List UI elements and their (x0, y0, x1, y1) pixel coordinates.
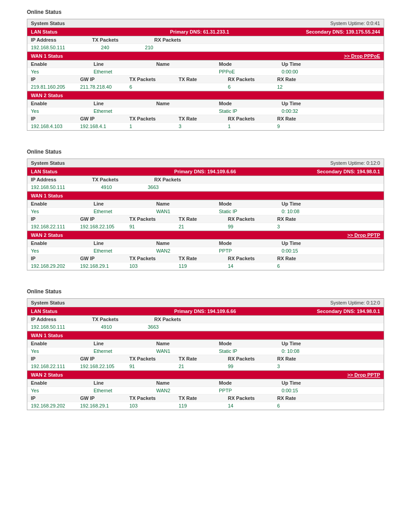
wan-col-label: Up Time (282, 201, 317, 206)
lan-col-label: RX Packets (154, 37, 181, 43)
wan-col-value: 192.168.29.202 (31, 403, 71, 408)
wan2-labels1: EnableLineNameModeUp Time (27, 240, 384, 247)
section-title: Online Status (27, 149, 384, 155)
wan-col-label: GW IP (80, 395, 120, 401)
wan-col-label: TX Rate (179, 216, 219, 222)
system-uptime: System Uptime: 0:12:0 (330, 160, 380, 166)
wan2-header: WAN 2 Status>> Drop PPTP (27, 231, 384, 240)
wan-col-label: Enable (31, 201, 67, 206)
wan-col-value: 0: 10:08 (282, 348, 317, 354)
wan-col-value: 1 (228, 124, 268, 129)
wan-col-label: IP (31, 216, 71, 222)
wan-col-label: Enable (31, 101, 67, 106)
wan-col-label: Mode (219, 240, 255, 246)
wan-col-value: Static IP (219, 209, 255, 214)
wan-col-label: Mode (219, 61, 255, 67)
wan-col-value: 0:00:32 (282, 108, 317, 114)
wan-col-label: TX Rate (179, 77, 219, 82)
wan1-title: WAN 1 Status (31, 53, 63, 59)
wan-col-value: 0:00:15 (282, 248, 317, 253)
wan-col-value: 192.168.22.105 (80, 224, 120, 229)
lan-values-row: 192.168.50.111240210 (27, 44, 384, 51)
wan2-labels2: IPGW IPTX PacketsTX RateRX PacketsRX Rat… (27, 115, 384, 123)
system-status-label: System Status (31, 300, 65, 305)
wan-col-value (156, 69, 192, 74)
wan-col-value: 14 (228, 263, 268, 269)
wan1-vals1: YesEthernetPPPoE0:00:00 (27, 68, 384, 76)
system-status-bar: System StatusSystem Uptime: 0:12:0 (27, 299, 384, 307)
wan-col-value: 192.168.22.111 (31, 224, 71, 229)
lan-col-value: 4910 (101, 184, 111, 190)
status-table-wrapper: System StatusSystem Uptime: 0:12:0LAN St… (27, 298, 384, 410)
wan-col-value: Ethernet (94, 388, 129, 393)
lan-col-value: 3663 (148, 184, 158, 190)
wan2-labels2: IPGW IPTX PacketsTX RateRX PacketsRX Rat… (27, 255, 384, 262)
wan2-drop-link[interactable]: >> Drop PPTP (347, 232, 380, 238)
wan-col-value: Yes (31, 388, 67, 393)
wan2-header: WAN 2 Status>> Drop PPTP (27, 370, 384, 379)
wan-col-value: 192.168.29.1 (80, 263, 120, 269)
wan2-vals1: YesEthernetWAN2PPTP0:00:15 (27, 247, 384, 255)
lan-labels-row: IP AddressTX PacketsRX Packets (27, 316, 384, 323)
wan-col-label: Up Time (282, 61, 317, 67)
wan-col-label: IP (31, 256, 71, 261)
wan-col-value: 3 (179, 124, 219, 129)
wan-col-label: Mode (219, 380, 255, 386)
wan-col-label: RX Packets (228, 256, 268, 261)
lan-col-label: RX Packets (154, 317, 181, 322)
wan-col-label: Enable (31, 380, 67, 386)
section-2: Online StatusSystem StatusSystem Uptime:… (27, 149, 384, 270)
wan2-labels1: EnableLineNameModeUp Time (27, 100, 384, 107)
wan-col-label: Line (94, 341, 129, 346)
wan-col-value: 1 (129, 124, 170, 129)
wan-col-label: RX Rate (277, 216, 317, 222)
page-container: Online StatusSystem StatusSystem Uptime:… (0, 0, 411, 437)
wan-col-value: 21 (179, 364, 219, 369)
status-table-wrapper: System StatusSystem Uptime: 0:0:41LAN St… (27, 19, 384, 131)
wan-col-value: Ethernet (94, 348, 129, 354)
wan-col-value: 103 (129, 263, 170, 269)
wan2-drop-link[interactable]: >> Drop PPTP (347, 372, 380, 378)
wan-col-label: Enable (31, 61, 67, 67)
wan-col-value: PPTP (219, 248, 255, 253)
wan-col-value: 21 (179, 224, 219, 229)
lan-labels-row: IP AddressTX PacketsRX Packets (27, 36, 384, 44)
wan-col-label: TX Packets (129, 356, 170, 361)
wan-col-label: Name (156, 240, 192, 246)
wan1-labels1: EnableLineNameModeUp Time (27, 60, 384, 68)
wan-col-label: Name (156, 61, 192, 67)
wan-col-value: 3 (277, 224, 317, 229)
wan-col-value: 3 (277, 364, 317, 369)
wan-col-value: 6 (277, 263, 317, 269)
wan-col-label: TX Rate (179, 256, 219, 261)
wan-col-value: 192.168.4.103 (31, 124, 71, 129)
wan-col-value: 103 (129, 403, 170, 408)
wan-col-value (156, 108, 192, 114)
wan2-title: WAN 2 Status (31, 232, 63, 238)
lan-col-value: 3663 (148, 324, 158, 330)
wan-col-value: Yes (31, 348, 67, 354)
wan-col-label: Up Time (282, 240, 317, 246)
wan-col-label: IP (31, 116, 71, 121)
wan-col-label: RX Packets (228, 216, 268, 222)
lan-col-value: 240 (101, 45, 109, 50)
wan-col-value: Yes (31, 209, 67, 214)
wan-col-label: Enable (31, 240, 67, 246)
system-uptime: System Uptime: 0:12:0 (330, 300, 380, 305)
wan-col-value: 119 (179, 263, 219, 269)
wan-col-value: 9 (277, 124, 317, 129)
wan-col-value: Yes (31, 248, 67, 253)
wan-col-label: TX Packets (129, 216, 170, 222)
wan1-drop-link[interactable]: >> Drop PPPoE (344, 53, 380, 59)
wan-col-label: RX Packets (228, 116, 268, 121)
secondary-dns: Secondary DNS: 194.98.0.1 (317, 309, 380, 314)
wan-col-value: Static IP (219, 108, 255, 114)
wan-col-label: GW IP (80, 116, 120, 121)
wan-col-label: TX Rate (179, 116, 219, 121)
lan-col-label: IP Address (31, 37, 56, 43)
wan2-labels2: IPGW IPTX PacketsTX RateRX PacketsRX Rat… (27, 395, 384, 402)
lan-status-header: LAN StatusPrimary DNS: 61.31.233.1Second… (27, 28, 384, 36)
wan-col-value: WAN1 (156, 209, 192, 214)
wan-col-value: 6 (228, 84, 268, 90)
lan-col-label: TX Packets (92, 37, 119, 43)
